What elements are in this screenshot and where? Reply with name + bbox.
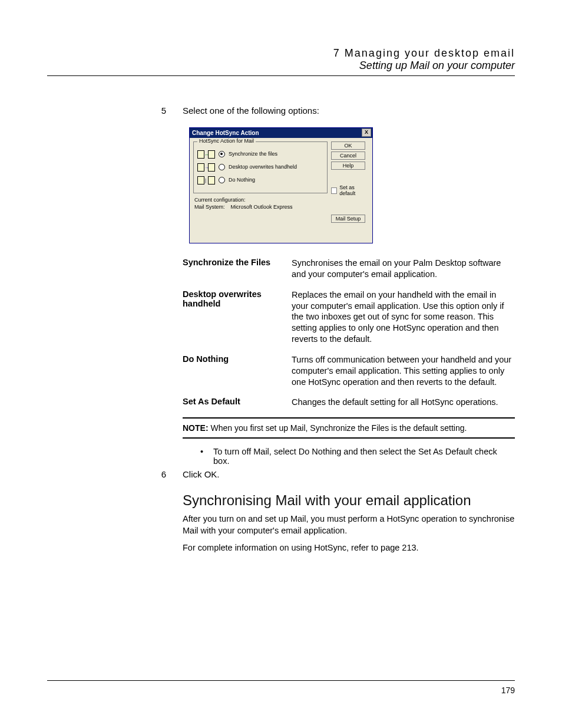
def-donothing: Do Nothing Turns off communication betwe… [183,354,515,388]
current-config-label: Current configuration: [194,197,328,203]
cancel-button[interactable]: Cancel [331,151,365,160]
step-5: 5 Select one of the following options: [47,106,515,116]
sync-icon: ↔ [197,149,215,159]
header-rule [47,75,515,76]
page-header: 7 Managing your desktop email Setting up… [47,47,515,72]
def-overwrite: Desktop overwrites handheld Replaces the… [183,289,515,345]
checkbox-label: Set as default [339,185,369,196]
dialog-screenshot: Change HotSync Action X HotSync Action f… [47,127,515,243]
mail-system-label: Mail System: [194,204,225,210]
footer-rule [47,680,515,681]
radio-sync[interactable] [219,151,225,157]
option-label: Desktop overwrites handheld [229,164,297,170]
body-paragraph: After you turn on and set up Mail, you m… [183,513,515,536]
def-desc: Replaces the email on your handheld with… [292,289,515,345]
header-chapter: 7 Managing your desktop email [47,47,515,60]
note-text: When you first set up Mail, Synchronize … [210,423,467,433]
def-desc: Turns off communication between your han… [292,354,515,388]
def-sync: Synchronize the Files Synchronises the e… [183,258,515,280]
checkbox-icon[interactable] [331,187,337,194]
dialog-left: HotSync Action for Mail ↔ Synchronize th… [193,141,328,239]
step-text: Click OK. [183,469,515,479]
def-term: Set As Default [183,397,292,408]
bullet-dot: • [200,447,213,466]
option-donothing[interactable]: ∥ Do Nothing [197,175,323,185]
def-term: Desktop overwrites handheld [183,289,292,345]
bullet-item: • To turn off Mail, select Do Nothing an… [200,447,515,466]
def-term: Synchronize the Files [183,258,292,280]
bullet-text: To turn off Mail, select Do Nothing and … [213,447,515,466]
group-title: HotSync Action for Mail [197,138,256,144]
header-section: Setting up Mail on your computer [47,60,515,72]
help-button[interactable]: Help [331,162,365,170]
set-default-checkbox[interactable]: Set as default [331,185,369,196]
def-desc: Changes the default setting for all HotS… [292,397,515,408]
option-sync[interactable]: ↔ Synchronize the files [197,149,323,159]
ok-button[interactable]: OK [331,141,365,150]
def-setdefault: Set As Default Changes the default setti… [183,397,515,408]
close-icon[interactable]: X [362,129,371,137]
option-definitions: Synchronize the Files Synchronises the e… [183,258,515,408]
note-block: NOTE: When you first set up Mail, Synchr… [183,417,515,439]
body-paragraph: For complete information on using HotSyn… [183,542,515,554]
page-number: 179 [501,686,515,695]
mail-system-row: Mail System: Microsoft Outlook Express [194,204,328,210]
step-number: 5 [47,106,183,116]
option-label: Synchronize the files [229,151,277,157]
mail-system-value: Microsoft Outlook Express [231,204,293,210]
note-label: NOTE: [183,423,209,433]
subsection-heading: Synchronising Mail with your email appli… [183,492,515,509]
dialog-right: OK Cancel Help Set as default Mail Setup [331,141,369,239]
dialog-titlebar: Change HotSync Action X [190,128,372,138]
step-number: 6 [47,469,183,479]
option-overwrite[interactable]: → Desktop overwrites handheld [197,162,323,172]
hotsync-action-group: HotSync Action for Mail ↔ Synchronize th… [193,141,328,193]
def-desc: Synchronises the email on your Palm Desk… [292,258,515,280]
mail-setup-button[interactable]: Mail Setup [331,215,365,223]
donothing-icon: ∥ [197,175,215,185]
option-label: Do Nothing [229,177,255,183]
def-term: Do Nothing [183,354,292,388]
bullet-list: • To turn off Mail, select Do Nothing an… [200,447,515,466]
radio-donothing[interactable] [219,177,225,183]
radio-overwrite[interactable] [219,164,225,170]
change-hotsync-dialog: Change HotSync Action X HotSync Action f… [189,127,373,243]
page: 7 Managing your desktop email Setting up… [0,0,562,728]
step-6: 6 Click OK. [47,469,515,479]
dialog-title-text: Change HotSync Action [192,130,259,136]
step-text: Select one of the following options: [183,106,515,116]
overwrite-icon: → [197,162,215,172]
dialog-body: HotSync Action for Mail ↔ Synchronize th… [190,138,372,243]
